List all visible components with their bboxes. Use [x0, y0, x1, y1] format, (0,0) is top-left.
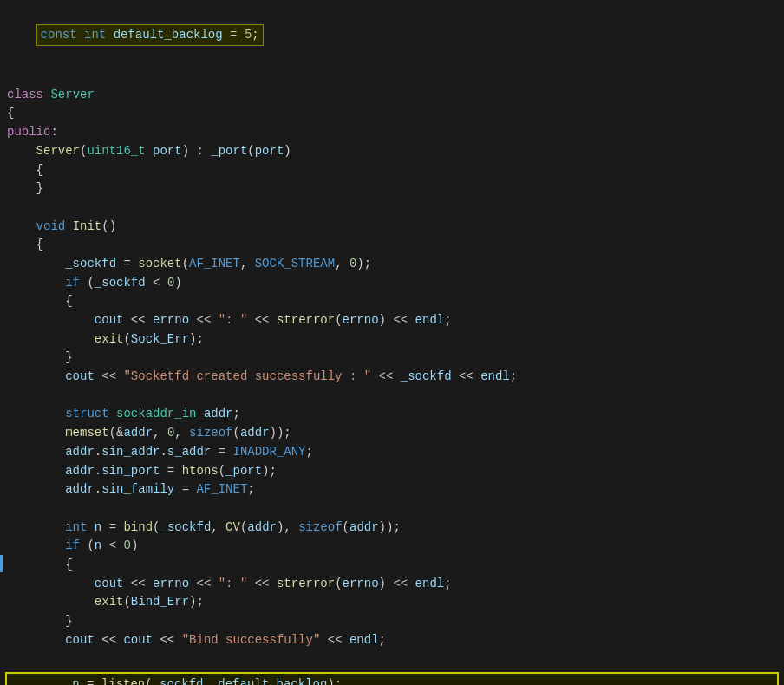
line-if-sockfd-close: }: [0, 349, 784, 368]
line-public: public:: [0, 123, 784, 142]
line-constructor-open: {: [0, 161, 784, 180]
line-constructor-close: }: [0, 179, 784, 199]
line-bind: int n = bind(_sockfd, CV(addr), sizeof(a…: [0, 519, 784, 538]
line-cout-errno-1: cout << errno << ": " << strerror(errno)…: [0, 311, 784, 330]
highlighted-top-line: const int default_backlog = 5;: [36, 24, 264, 47]
line-sin-port: addr.sin_port = htons(_port);: [0, 462, 784, 481]
blank-line-3: [0, 387, 784, 406]
line-cout-socketfd: cout << "Socketfd created successfully :…: [0, 368, 784, 387]
line-init-open: {: [0, 236, 784, 255]
blank-line: [0, 67, 784, 86]
line-const: const int default_backlog = 5;: [0, 0, 784, 67]
line-if-n-bind: if (n < 0): [0, 537, 784, 556]
line-memset: memset(&addr, 0, sizeof(addr));: [0, 424, 784, 443]
line-class-server: class Server: [0, 86, 784, 105]
left-indicator: [0, 555, 3, 572]
line-struct: struct sockaddr_in addr;: [0, 405, 784, 424]
blank-line-5: [0, 649, 784, 669]
line-sin-addr: addr.sin_addr.s_addr = INADDR_ANY;: [0, 443, 784, 462]
code-editor: const int default_backlog = 5; class Ser…: [0, 0, 784, 685]
line-socket: _sockfd = socket(AF_INET, SOCK_STREAM, 0…: [0, 255, 784, 274]
line-if-n-bind-close: }: [0, 612, 784, 631]
line-sin-family: addr.sin_family = AF_INET;: [0, 480, 784, 499]
line-open-brace-class: {: [0, 104, 784, 123]
line-if-sockfd: if (_sockfd < 0): [0, 274, 784, 293]
line-exit-sock-err: exit(Sock_Err);: [0, 330, 784, 349]
blank-line-2: [0, 199, 784, 218]
line-cout-bind: cout << cout << "Bind successfully" << e…: [0, 631, 784, 650]
line-exit-bind-err: exit(Bind_Err);: [0, 593, 784, 612]
highlighted-listen-block: n = listen(_sockfd, default_backlog); if…: [5, 672, 779, 685]
line-constructor: Server(uint16_t port) : _port(port): [0, 142, 784, 161]
line-init: void Init(): [0, 218, 784, 237]
line-cout-errno-2: cout << errno << ": " << strerror(errno)…: [0, 575, 784, 594]
blank-line-4: [0, 499, 784, 519]
line-if-sockfd-open: {: [0, 292, 784, 311]
line-if-n-bind-open: {: [0, 556, 784, 575]
line-listen: n = listen(_sockfd, default_backlog);: [7, 675, 777, 685]
